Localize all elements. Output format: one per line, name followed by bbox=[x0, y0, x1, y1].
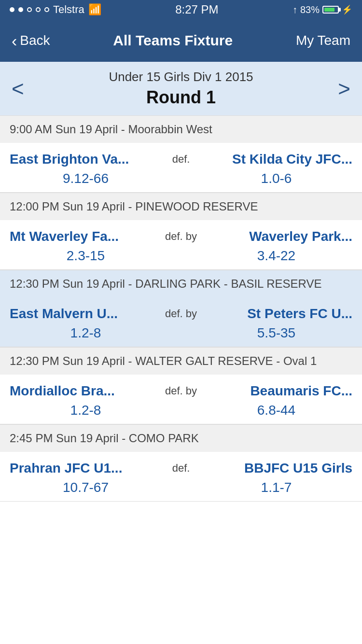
page-title: All Teams Fixture bbox=[113, 32, 233, 49]
match-row[interactable]: East Brighton Va... def. St Kilda City J… bbox=[0, 143, 362, 192]
signal-dot-3 bbox=[27, 7, 32, 12]
signal-dot-2 bbox=[18, 7, 23, 12]
signal-dot-4 bbox=[36, 7, 41, 12]
battery-percent: 83% bbox=[300, 4, 320, 15]
match-teams: Prahran JFC U1... def. BBJFC U15 Girls bbox=[10, 461, 352, 476]
away-team-name: Beaumaris FC... bbox=[203, 383, 352, 399]
match-date-header: 12:30 PM Sun 19 April - DARLING PARK - B… bbox=[0, 270, 362, 297]
away-team-name: BBJFC U15 Girls bbox=[195, 461, 352, 476]
away-team-name: Waverley Park... bbox=[203, 229, 352, 244]
match-section: 12:30 PM Sun 19 April - DARLING PARK - B… bbox=[0, 270, 362, 347]
match-row[interactable]: Mt Waverley Fa... def. by Waverley Park.… bbox=[0, 220, 362, 269]
status-left: Telstra 📶 bbox=[10, 3, 101, 16]
round-header: < Under 15 Girls Div 1 2015 Round 1 > bbox=[0, 62, 362, 115]
carrier-label: Telstra bbox=[53, 3, 84, 16]
result-text: def. by bbox=[159, 308, 203, 320]
match-row[interactable]: Prahran JFC U1... def. BBJFC U15 Girls 1… bbox=[0, 452, 362, 501]
away-score: 6.8-44 bbox=[200, 403, 352, 418]
battery-fill bbox=[324, 8, 334, 12]
round-info: Under 15 Girls Div 1 2015 Round 1 bbox=[24, 70, 338, 108]
nav-bar: ‹ Back All Teams Fixture My Team bbox=[0, 19, 362, 62]
home-team-name: East Malvern U... bbox=[10, 306, 159, 322]
battery-tip bbox=[339, 8, 341, 12]
away-score: 1.1-7 bbox=[200, 480, 352, 495]
match-teams: East Brighton Va... def. St Kilda City J… bbox=[10, 152, 352, 167]
signal-dot-1 bbox=[10, 7, 14, 12]
division-label: Under 15 Girls Div 1 2015 bbox=[24, 70, 338, 84]
home-team-name: Mordialloc Bra... bbox=[10, 383, 159, 399]
charging-icon: ⚡ bbox=[342, 4, 352, 15]
home-team-name: East Brighton Va... bbox=[10, 152, 167, 167]
round-label: Round 1 bbox=[24, 87, 338, 108]
match-date-header: 12:00 PM Sun 19 April - PINEWOOD RESERVE bbox=[0, 193, 362, 220]
home-score: 2.3-15 bbox=[10, 248, 162, 264]
match-date-header: 2:45 PM Sun 19 April - COMO PARK bbox=[0, 424, 362, 452]
status-time: 8:27 PM bbox=[175, 3, 218, 16]
away-team-name: St Kilda City JFC... bbox=[195, 152, 352, 167]
match-row[interactable]: Mordialloc Bra... def. by Beaumaris FC..… bbox=[0, 375, 362, 424]
away-score: 3.4-22 bbox=[200, 248, 352, 264]
match-section: 2:45 PM Sun 19 April - COMO PARK Prahran… bbox=[0, 424, 362, 502]
back-label: Back bbox=[20, 33, 50, 48]
result-text: def. bbox=[167, 462, 196, 475]
next-round-button[interactable]: > bbox=[338, 78, 350, 99]
signal-dot-5 bbox=[44, 7, 49, 12]
match-date-header: 12:30 PM Sun 19 April - WALTER GALT RESE… bbox=[0, 347, 362, 375]
away-score: 5.5-35 bbox=[200, 325, 352, 341]
match-scores: 1.2-8 6.8-44 bbox=[10, 403, 352, 418]
wifi-icon: 📶 bbox=[88, 3, 101, 16]
match-row[interactable]: East Malvern U... def. by St Peters FC U… bbox=[0, 297, 362, 347]
away-score: 1.0-6 bbox=[200, 171, 352, 186]
match-scores: 1.2-8 5.5-35 bbox=[10, 325, 352, 341]
status-bar: Telstra 📶 8:27 PM ↑ 83% ⚡ bbox=[0, 0, 362, 19]
my-team-button[interactable]: My Team bbox=[296, 33, 350, 48]
result-text: def. by bbox=[159, 385, 203, 397]
match-scores: 9.12-66 1.0-6 bbox=[10, 171, 352, 186]
status-right: ↑ 83% ⚡ bbox=[292, 4, 352, 15]
result-text: def. by bbox=[159, 230, 203, 243]
match-teams: Mt Waverley Fa... def. by Waverley Park.… bbox=[10, 229, 352, 244]
prev-round-button[interactable]: < bbox=[12, 78, 24, 99]
match-teams: Mordialloc Bra... def. by Beaumaris FC..… bbox=[10, 383, 352, 399]
match-section: 12:00 PM Sun 19 April - PINEWOOD RESERVE… bbox=[0, 193, 362, 270]
away-team-name: St Peters FC U... bbox=[203, 306, 352, 322]
match-date-header: 9:00 AM Sun 19 April - Moorabbin West bbox=[0, 115, 362, 143]
battery-icon bbox=[322, 6, 339, 14]
matches-list: 9:00 AM Sun 19 April - Moorabbin West Ea… bbox=[0, 115, 362, 502]
match-section: 9:00 AM Sun 19 April - Moorabbin West Ea… bbox=[0, 115, 362, 193]
match-teams: East Malvern U... def. by St Peters FC U… bbox=[10, 306, 352, 322]
home-score: 10.7-67 bbox=[10, 480, 162, 495]
home-score: 1.2-8 bbox=[10, 403, 162, 418]
match-scores: 10.7-67 1.1-7 bbox=[10, 480, 352, 495]
match-scores: 2.3-15 3.4-22 bbox=[10, 248, 352, 264]
result-text: def. bbox=[167, 153, 196, 166]
home-score: 9.12-66 bbox=[10, 171, 162, 186]
home-team-name: Mt Waverley Fa... bbox=[10, 229, 159, 244]
location-icon: ↑ bbox=[292, 4, 297, 15]
home-team-name: Prahran JFC U1... bbox=[10, 461, 167, 476]
home-score: 1.2-8 bbox=[10, 325, 162, 341]
back-chevron-icon: ‹ bbox=[12, 31, 17, 50]
match-section: 12:30 PM Sun 19 April - WALTER GALT RESE… bbox=[0, 347, 362, 424]
back-button[interactable]: ‹ Back bbox=[12, 31, 50, 50]
